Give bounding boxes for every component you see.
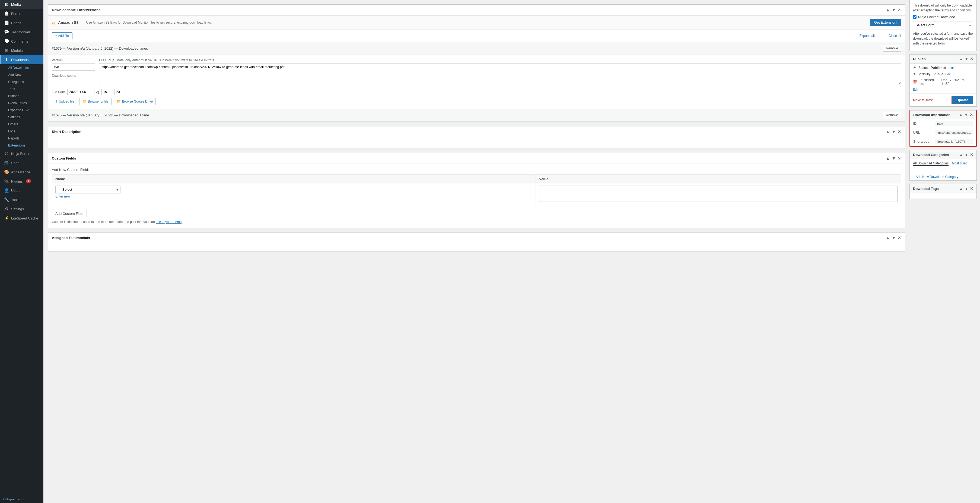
file-time-m-input[interactable]	[115, 89, 126, 95]
get-extension-button[interactable]: Get Extension!	[870, 19, 901, 26]
publish-controls: ▲ ▼ ✕	[959, 57, 973, 61]
upload-file-button[interactable]: ⬆ Upload file	[52, 98, 77, 105]
version-header-1675: #1675 — Version n/a (January 6, 2022) — …	[48, 109, 905, 121]
most-used-tab[interactable]: Most Used	[952, 161, 967, 166]
download-count-input[interactable]	[52, 79, 68, 86]
close-all-link[interactable]: — Close all	[885, 34, 901, 38]
custom-fields-table: Name Value — Select —	[52, 174, 901, 205]
sidebar-item-plugins[interactable]: 🔌 Plugins 1	[0, 177, 43, 186]
short-desc-down-icon[interactable]: ▼	[892, 129, 896, 134]
sidebar-subitem-add-new[interactable]: Add New	[0, 72, 43, 78]
downloadable-files-header: Downloadable Files/Versions ▲ ▼ ✕	[48, 5, 905, 16]
tags-close-icon[interactable]: ✕	[970, 186, 973, 191]
browse-gdrive-button[interactable]: 📂 Browse Google Drive	[114, 98, 156, 105]
sidebar-subitem-settings[interactable]: Settings	[0, 114, 43, 121]
status-edit-link[interactable]: Edit	[948, 66, 954, 70]
add-new-category-link[interactable]: + Add New Download Category	[910, 174, 977, 180]
dl-info-close-icon[interactable]: ✕	[970, 113, 973, 117]
at-close-icon[interactable]: ✕	[897, 235, 901, 240]
name-select[interactable]: — Select —	[55, 186, 121, 193]
sidebar-subitem-buttons[interactable]: Buttons	[0, 92, 43, 100]
at-down-icon[interactable]: ▼	[892, 236, 896, 240]
enter-new-link[interactable]: Enter new	[55, 194, 532, 198]
browse-file-button[interactable]: 📁 Browse for file	[80, 98, 111, 105]
url-textarea[interactable]: https://andreea.georgeciobanu.com/wp-con…	[99, 63, 901, 85]
value-col-header: Value	[536, 175, 901, 183]
download-info-header: Download Information ▲ ▼ ✕	[910, 110, 976, 119]
version-1-body: Version: Download count: File URL(s); no…	[48, 54, 905, 109]
visibility-edit-link[interactable]: Edit	[945, 72, 950, 76]
sidebar-subitem-extensions[interactable]: Extensions	[0, 142, 43, 149]
short-description-panel: Short Description ▲ ▼ ✕	[48, 126, 905, 148]
cat-close-icon[interactable]: ✕	[970, 153, 973, 157]
value-textarea[interactable]	[539, 186, 897, 202]
cf-close-icon[interactable]: ✕	[897, 156, 901, 161]
sidebar-item-settings-main[interactable]: ⚙ Settings	[0, 204, 43, 213]
sidebar-item-pages[interactable]: 📄 Pages	[0, 18, 43, 27]
sidebar-item-appearance[interactable]: 🎨 Appearance	[0, 167, 43, 177]
downloadable-files-panel: Downloadable Files/Versions ▲ ▼ ✕ a Amaz…	[48, 4, 905, 122]
cat-up-icon[interactable]: ▲	[959, 153, 963, 157]
ninja-locked-checkbox[interactable]	[913, 15, 916, 19]
move-to-trash-link[interactable]: Move to Trash	[913, 98, 934, 102]
dl-info-up-icon[interactable]: ▲	[959, 113, 963, 117]
published-edit-link[interactable]: Edit	[913, 88, 918, 91]
sidebar-subitem-export-csv[interactable]: Export to CSV	[0, 107, 43, 114]
url-value: https://andreea.georgeciobanu	[935, 130, 973, 135]
sidebar-subitem-global-rules[interactable]: Global Rules	[0, 100, 43, 107]
add-custom-field-button[interactable]: Add Custom Field	[52, 210, 87, 217]
ninja-forms-icon: ⬡	[4, 151, 9, 156]
sidebar-subitem-all-downloads[interactable]: All Downloads	[0, 64, 43, 72]
sidebar-item-users[interactable]: 👤 Users	[0, 186, 43, 195]
collapse-down-icon[interactable]: ▼	[892, 8, 896, 13]
cf-down-icon[interactable]: ▼	[892, 156, 896, 161]
add-file-button[interactable]: + Add file	[52, 32, 72, 39]
publish-close-icon[interactable]: ✕	[970, 57, 973, 61]
remove-version-2-button[interactable]: Remove	[883, 112, 901, 118]
file-date-input[interactable]	[67, 89, 94, 95]
file-time-h-input[interactable]	[102, 89, 113, 95]
select-form-dropdown[interactable]: Select Form	[913, 21, 973, 29]
sidebar-item-tools[interactable]: 🔧 Tools	[0, 195, 43, 204]
panel-controls: ▲ ▼ ✕	[886, 7, 901, 13]
collapse-menu[interactable]: Collapse menu	[0, 495, 43, 503]
remove-version-1-button[interactable]: Remove	[883, 45, 901, 51]
expand-all-link[interactable]: Expand all	[859, 34, 875, 38]
testimonials-icon: 💬	[4, 30, 9, 35]
sidebar-item-modula[interactable]: ⊞ Modula	[0, 46, 43, 55]
sidebar-item-downloads[interactable]: ⬇ Downloads	[0, 55, 43, 64]
cat-down-icon[interactable]: ▼	[964, 153, 968, 157]
sidebar-subitem-logs[interactable]: Logs	[0, 128, 43, 135]
sidebar-item-comments[interactable]: 💭 Comments	[0, 37, 43, 46]
value-cell	[536, 183, 901, 205]
sidebar-subitem-orders[interactable]: Orders	[0, 121, 43, 128]
dl-info-down-icon[interactable]: ▼	[964, 113, 968, 117]
close-panel-icon[interactable]: ✕	[897, 7, 901, 13]
published-row: 📅 Published on: Dec 17, 2021 at 11:59	[913, 77, 973, 87]
update-button[interactable]: Update	[951, 96, 973, 104]
cf-up-icon[interactable]: ▲	[886, 156, 890, 161]
sidebar-subitem-reports[interactable]: Reports	[0, 135, 43, 142]
download-tags-panel: Download Tags ▲ ▼ ✕	[910, 184, 977, 199]
collapse-up-icon[interactable]: ▲	[886, 8, 890, 13]
litespeed-icon: ⚡	[4, 216, 9, 221]
all-categories-tab[interactable]: All Download Categories	[913, 161, 948, 166]
sidebar-item-shop[interactable]: 🛒 Shop	[0, 158, 43, 167]
sidebar-item-litespeed[interactable]: ⚡ LiteSpeed Cache	[0, 213, 43, 223]
publish-down-icon[interactable]: ▼	[964, 57, 968, 61]
use-in-theme-link[interactable]: use in your theme	[156, 220, 181, 224]
sidebar-item-ninja-forms[interactable]: ⬡ Ninja Forms	[0, 149, 43, 158]
version-input[interactable]	[52, 63, 95, 70]
short-desc-close-icon[interactable]: ✕	[897, 129, 901, 134]
assigned-testimonials-panel: Assigned Testimonials ▲ ▼ ✕	[48, 232, 905, 252]
sidebar-item-forms[interactable]: 📋 Forms	[0, 9, 43, 18]
publish-up-icon[interactable]: ▲	[959, 57, 963, 61]
sidebar-subitem-categories[interactable]: Categories	[0, 78, 43, 86]
at-up-icon[interactable]: ▲	[886, 236, 890, 240]
sidebar-item-media[interactable]: 🖼 Media	[0, 0, 43, 9]
tags-up-icon[interactable]: ▲	[959, 186, 963, 191]
sidebar-item-testimonials[interactable]: 💬 Testimonials	[0, 27, 43, 37]
sidebar-subitem-tags[interactable]: Tags	[0, 86, 43, 92]
short-desc-up-icon[interactable]: ▲	[886, 129, 890, 134]
tags-down-icon[interactable]: ▼	[964, 186, 968, 191]
